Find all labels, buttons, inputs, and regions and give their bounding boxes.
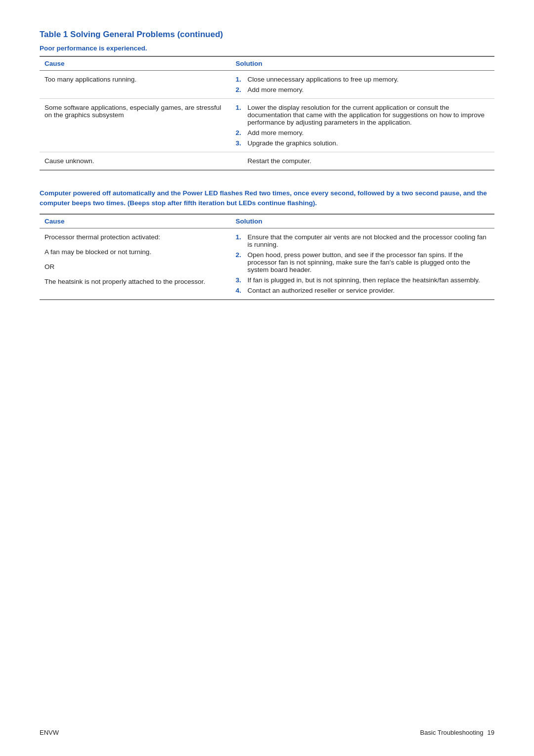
solution-item: 1. Ensure that the computer air vents ar… <box>235 233 490 248</box>
solution-item: 4. Contact an authorized reseller or ser… <box>235 287 490 294</box>
section1-table: Cause Solution Too many applications run… <box>40 56 494 171</box>
solution-header: Solution <box>230 214 494 228</box>
solution-item: Restart the computer. <box>235 157 490 165</box>
solution-num: 1. <box>235 76 244 83</box>
solution-cell: Restart the computer. <box>230 152 494 171</box>
table-title-text: Table 1 Solving General Problems (contin… <box>40 30 223 39</box>
solution-item: 1. Close unnecessary applications to fre… <box>235 76 490 83</box>
solution-text: Upgrade the graphics solution. <box>247 139 490 147</box>
solution-num: 3. <box>235 139 244 147</box>
solution-text: Ensure that the computer air vents are n… <box>247 233 490 248</box>
footer-label: Basic Troubleshooting <box>420 729 484 736</box>
solution-text: Add more memory. <box>247 86 490 93</box>
solution-text: Close unnecessary applications to free u… <box>247 76 490 83</box>
solution-item: 2. Add more memory. <box>235 86 490 93</box>
solution-num: 4. <box>235 287 244 294</box>
cause-cell: Processor thermal protection activated: … <box>40 228 230 300</box>
cause-cell: Some software applications, especially g… <box>40 99 230 152</box>
footer-left: ENVW <box>40 729 59 736</box>
solution-text: If fan is plugged in, but is not spinnin… <box>247 276 490 284</box>
table-row: Some software applications, especially g… <box>40 99 494 152</box>
solution-item: 2. Add more memory. <box>235 129 490 136</box>
cause-header: Cause <box>40 56 230 71</box>
section2-table: Cause Solution Processor thermal protect… <box>40 214 494 300</box>
solution-text: Restart the computer. <box>247 157 490 165</box>
page-footer: ENVW Basic Troubleshooting 19 <box>40 729 494 736</box>
page-content: Table 1 Solving General Problems (contin… <box>0 0 534 348</box>
solution-text: Contact an authorized reseller or servic… <box>247 287 490 294</box>
solution-cell: 1. Close unnecessary applications to fre… <box>230 71 494 99</box>
section1-header: Poor performance is experienced. <box>40 44 494 52</box>
solution-cell: 1. Lower the display resolution for the … <box>230 99 494 152</box>
cause-cell: Cause unknown. <box>40 152 230 171</box>
solution-text: Open hood, press power button, and see i… <box>247 251 490 273</box>
solution-list: 1. Ensure that the computer air vents ar… <box>235 233 490 294</box>
solution-list: 1. Lower the display resolution for the … <box>235 104 490 147</box>
solution-num: 1. <box>235 233 244 241</box>
cause-cell: Too many applications running. <box>40 71 230 99</box>
solution-item: 1. Lower the display resolution for the … <box>235 104 490 126</box>
solution-list: Restart the computer. <box>235 157 490 165</box>
cause-header: Cause <box>40 214 230 228</box>
table-title: Table 1 Solving General Problems (contin… <box>40 30 494 40</box>
section2: Computer powered off automatically and t… <box>40 188 494 300</box>
solution-header: Solution <box>230 56 494 71</box>
solution-num: 2. <box>235 86 244 93</box>
table-row: Processor thermal protection activated: … <box>40 228 494 300</box>
section1-header-row: Cause Solution <box>40 56 494 71</box>
table-row: Too many applications running. 1. Close … <box>40 71 494 99</box>
solution-item: 3. Upgrade the graphics solution. <box>235 139 490 147</box>
solution-num: 2. <box>235 251 244 259</box>
solution-list: 1. Close unnecessary applications to fre… <box>235 76 490 93</box>
table-row: Cause unknown. Restart the computer. <box>40 152 494 171</box>
section2-header-row: Cause Solution <box>40 214 494 228</box>
solution-item: 2. Open hood, press power button, and se… <box>235 251 490 273</box>
section2-header: Computer powered off automatically and t… <box>40 188 494 209</box>
solution-num: 3. <box>235 276 244 284</box>
solution-cell: 1. Ensure that the computer air vents ar… <box>230 228 494 300</box>
section1: Poor performance is experienced. Cause S… <box>40 44 494 171</box>
solution-item: 3. If fan is plugged in, but is not spin… <box>235 276 490 284</box>
solution-text: Add more memory. <box>247 129 490 136</box>
solution-num: 2. <box>235 129 244 136</box>
solution-text: Lower the display resolution for the cur… <box>247 104 490 126</box>
title-table-word: Table 1 Solving General Problems (contin… <box>40 30 223 39</box>
footer-page: 19 <box>488 729 494 736</box>
solution-num: 1. <box>235 104 244 111</box>
footer-right: Basic Troubleshooting 19 <box>420 729 494 736</box>
